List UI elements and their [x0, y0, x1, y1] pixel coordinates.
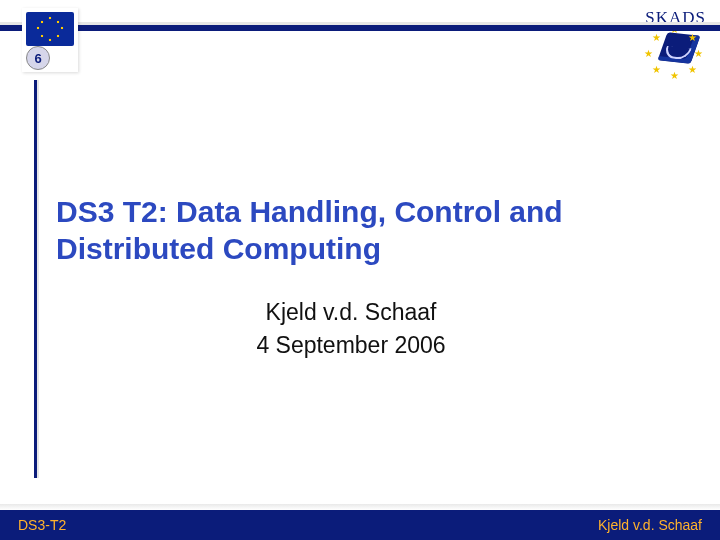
footer-right-text: Kjeld v.d. Schaaf — [598, 517, 702, 533]
footer-bar: DS3-T2 Kjeld v.d. Schaaf — [0, 510, 720, 540]
slide-title: DS3 T2: Data Handling, Control and Distr… — [56, 194, 646, 267]
left-vertical-rule — [34, 80, 37, 478]
eu-fp6-logo: 6 — [22, 8, 78, 72]
top-accent-dark-line — [0, 25, 720, 31]
skads-logo-mark-icon: ★ ★ ★ ★ ★ ★ ★ ★ — [642, 26, 706, 78]
top-accent-bar — [0, 0, 720, 30]
eu-flag-icon — [26, 12, 74, 46]
author-name: Kjeld v.d. Schaaf — [56, 296, 646, 329]
slide: 6 SKADS ★ ★ ★ ★ ★ ★ ★ ★ DS3 T2: Data Han… — [0, 0, 720, 540]
star-ring-icon: ★ ★ ★ ★ ★ ★ ★ ★ — [642, 26, 706, 78]
presentation-date: 4 September 2006 — [56, 329, 646, 362]
fp6-badge-icon: 6 — [26, 46, 50, 70]
footer-left-text: DS3-T2 — [18, 517, 66, 533]
slide-meta: Kjeld v.d. Schaaf 4 September 2006 — [56, 296, 646, 363]
